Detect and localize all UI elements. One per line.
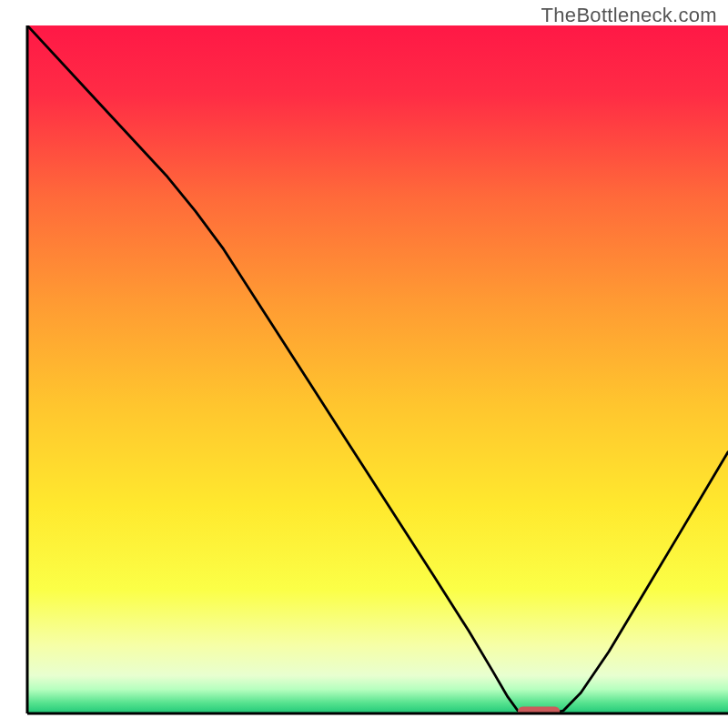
chart-container: TheBottleneck.com — [0, 0, 728, 728]
gradient-background — [27, 25, 728, 713]
bottleneck-chart — [0, 0, 728, 728]
watermark-text: TheBottleneck.com — [541, 4, 717, 27]
